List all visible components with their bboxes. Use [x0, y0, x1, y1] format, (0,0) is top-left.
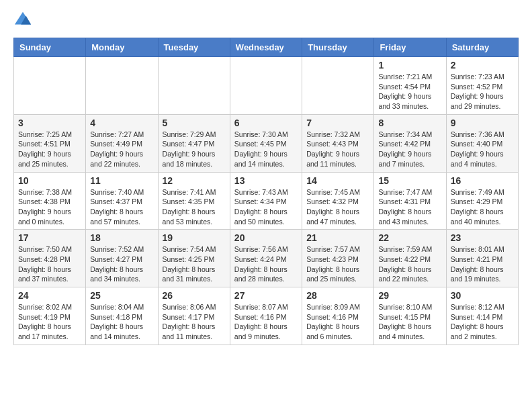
calendar-cell: 6Sunrise: 7:30 AM Sunset: 4:45 PM Daylig… — [230, 114, 302, 172]
calendar-cell: 9Sunrise: 7:36 AM Sunset: 4:40 PM Daylig… — [446, 114, 518, 172]
day-info: Sunrise: 7:56 AM Sunset: 4:24 PM Dayligh… — [234, 244, 298, 284]
week-row-5: 24Sunrise: 8:02 AM Sunset: 4:19 PM Dayli… — [14, 287, 519, 345]
calendar-cell: 24Sunrise: 8:02 AM Sunset: 4:19 PM Dayli… — [14, 287, 86, 345]
day-number: 23 — [451, 232, 514, 243]
day-info: Sunrise: 7:36 AM Sunset: 4:40 PM Dayligh… — [451, 130, 514, 169]
day-number: 13 — [234, 175, 298, 186]
calendar-cell — [302, 57, 374, 115]
calendar-cell: 8Sunrise: 7:34 AM Sunset: 4:42 PM Daylig… — [374, 114, 446, 172]
day-info: Sunrise: 7:50 AM Sunset: 4:28 PM Dayligh… — [18, 244, 81, 284]
day-info: Sunrise: 7:52 AM Sunset: 4:27 PM Dayligh… — [90, 244, 153, 284]
calendar-cell: 10Sunrise: 7:38 AM Sunset: 4:38 PM Dayli… — [14, 172, 86, 230]
day-info: Sunrise: 7:27 AM Sunset: 4:49 PM Dayligh… — [90, 130, 153, 169]
day-number: 6 — [234, 118, 298, 128]
day-number: 11 — [90, 175, 153, 186]
day-info: Sunrise: 7:40 AM Sunset: 4:37 PM Dayligh… — [90, 187, 153, 227]
calendar-cell: 2Sunrise: 7:23 AM Sunset: 4:52 PM Daylig… — [446, 57, 518, 115]
day-info: Sunrise: 7:30 AM Sunset: 4:45 PM Dayligh… — [234, 130, 298, 169]
day-info: Sunrise: 8:12 AM Sunset: 4:14 PM Dayligh… — [451, 302, 514, 342]
logo — [13, 11, 34, 30]
day-number: 15 — [378, 175, 441, 186]
day-info: Sunrise: 7:57 AM Sunset: 4:23 PM Dayligh… — [306, 244, 369, 284]
calendar-cell — [158, 57, 230, 115]
day-number: 8 — [378, 118, 441, 128]
calendar-cell: 7Sunrise: 7:32 AM Sunset: 4:43 PM Daylig… — [302, 114, 374, 172]
calendar-cell: 20Sunrise: 7:56 AM Sunset: 4:24 PM Dayli… — [230, 230, 302, 287]
day-number: 18 — [90, 232, 153, 243]
day-number: 2 — [451, 60, 514, 71]
day-info: Sunrise: 8:07 AM Sunset: 4:16 PM Dayligh… — [234, 302, 298, 342]
calendar-cell: 17Sunrise: 7:50 AM Sunset: 4:28 PM Dayli… — [14, 230, 86, 287]
day-info: Sunrise: 8:06 AM Sunset: 4:17 PM Dayligh… — [163, 302, 226, 342]
day-number: 27 — [234, 290, 298, 301]
day-number: 9 — [451, 118, 514, 128]
day-number: 25 — [90, 290, 153, 301]
day-number: 14 — [306, 175, 369, 186]
week-row-1: 1Sunrise: 7:21 AM Sunset: 4:54 PM Daylig… — [14, 57, 519, 115]
calendar-cell: 29Sunrise: 8:10 AM Sunset: 4:15 PM Dayli… — [374, 287, 446, 345]
calendar-cell: 14Sunrise: 7:45 AM Sunset: 4:32 PM Dayli… — [302, 172, 374, 230]
day-number: 22 — [378, 232, 441, 243]
calendar-cell: 11Sunrise: 7:40 AM Sunset: 4:37 PM Dayli… — [86, 172, 158, 230]
day-info: Sunrise: 7:32 AM Sunset: 4:43 PM Dayligh… — [306, 130, 369, 169]
calendar-cell: 30Sunrise: 8:12 AM Sunset: 4:14 PM Dayli… — [446, 287, 518, 345]
day-info: Sunrise: 7:47 AM Sunset: 4:31 PM Dayligh… — [378, 187, 441, 227]
day-number: 26 — [163, 290, 226, 301]
calendar-cell — [14, 57, 86, 115]
day-number: 10 — [18, 175, 81, 186]
day-info: Sunrise: 7:25 AM Sunset: 4:51 PM Dayligh… — [18, 130, 81, 169]
day-number: 16 — [451, 175, 514, 186]
day-number: 21 — [306, 232, 369, 243]
weekday-header-wednesday: Wednesday — [230, 38, 302, 57]
calendar-cell: 1Sunrise: 7:21 AM Sunset: 4:54 PM Daylig… — [374, 57, 446, 115]
day-info: Sunrise: 8:02 AM Sunset: 4:19 PM Dayligh… — [18, 302, 81, 342]
day-number: 30 — [451, 290, 514, 301]
day-number: 1 — [378, 60, 441, 71]
day-info: Sunrise: 7:34 AM Sunset: 4:42 PM Dayligh… — [378, 130, 441, 169]
weekday-header-sunday: Sunday — [14, 38, 86, 57]
day-info: Sunrise: 7:21 AM Sunset: 4:54 PM Dayligh… — [378, 72, 441, 111]
calendar-cell: 25Sunrise: 8:04 AM Sunset: 4:18 PM Dayli… — [86, 287, 158, 345]
day-number: 3 — [18, 118, 81, 128]
calendar-cell: 3Sunrise: 7:25 AM Sunset: 4:51 PM Daylig… — [14, 114, 86, 172]
day-info: Sunrise: 8:09 AM Sunset: 4:16 PM Dayligh… — [306, 302, 369, 342]
weekday-header-thursday: Thursday — [302, 38, 374, 57]
day-number: 29 — [378, 290, 441, 301]
calendar-cell: 23Sunrise: 8:01 AM Sunset: 4:21 PM Dayli… — [446, 230, 518, 287]
day-info: Sunrise: 7:54 AM Sunset: 4:25 PM Dayligh… — [163, 244, 226, 284]
day-info: Sunrise: 7:49 AM Sunset: 4:29 PM Dayligh… — [451, 187, 514, 227]
calendar-cell: 19Sunrise: 7:54 AM Sunset: 4:25 PM Dayli… — [158, 230, 230, 287]
calendar-cell: 5Sunrise: 7:29 AM Sunset: 4:47 PM Daylig… — [158, 114, 230, 172]
day-number: 4 — [90, 118, 153, 128]
day-info: Sunrise: 7:23 AM Sunset: 4:52 PM Dayligh… — [451, 72, 514, 111]
weekday-header-monday: Monday — [86, 38, 158, 57]
day-number: 12 — [163, 175, 226, 186]
day-number: 19 — [163, 232, 226, 243]
calendar-cell: 15Sunrise: 7:47 AM Sunset: 4:31 PM Dayli… — [374, 172, 446, 230]
day-info: Sunrise: 7:29 AM Sunset: 4:47 PM Dayligh… — [163, 130, 226, 169]
day-number: 28 — [306, 290, 369, 301]
day-info: Sunrise: 8:10 AM Sunset: 4:15 PM Dayligh… — [378, 302, 441, 342]
day-number: 17 — [18, 232, 81, 243]
day-number: 5 — [163, 118, 226, 128]
day-info: Sunrise: 7:41 AM Sunset: 4:35 PM Dayligh… — [163, 187, 226, 227]
day-info: Sunrise: 7:59 AM Sunset: 4:22 PM Dayligh… — [378, 244, 441, 284]
calendar-cell: 26Sunrise: 8:06 AM Sunset: 4:17 PM Dayli… — [158, 287, 230, 345]
calendar-cell: 13Sunrise: 7:43 AM Sunset: 4:34 PM Dayli… — [230, 172, 302, 230]
week-row-4: 17Sunrise: 7:50 AM Sunset: 4:28 PM Dayli… — [14, 230, 519, 287]
calendar-cell: 27Sunrise: 8:07 AM Sunset: 4:16 PM Dayli… — [230, 287, 302, 345]
calendar-cell: 22Sunrise: 7:59 AM Sunset: 4:22 PM Dayli… — [374, 230, 446, 287]
day-info: Sunrise: 8:04 AM Sunset: 4:18 PM Dayligh… — [90, 302, 153, 342]
day-number: 7 — [306, 118, 369, 128]
day-info: Sunrise: 7:45 AM Sunset: 4:32 PM Dayligh… — [306, 187, 369, 227]
logo-icon — [13, 11, 32, 30]
calendar-table: SundayMondayTuesdayWednesdayThursdayFrid… — [13, 38, 519, 345]
calendar-cell — [86, 57, 158, 115]
day-info: Sunrise: 7:43 AM Sunset: 4:34 PM Dayligh… — [234, 187, 298, 227]
week-row-3: 10Sunrise: 7:38 AM Sunset: 4:38 PM Dayli… — [14, 172, 519, 230]
page-header — [13, 11, 519, 30]
weekday-header-friday: Friday — [374, 38, 446, 57]
day-number: 20 — [234, 232, 298, 243]
calendar-cell: 16Sunrise: 7:49 AM Sunset: 4:29 PM Dayli… — [446, 172, 518, 230]
day-info: Sunrise: 7:38 AM Sunset: 4:38 PM Dayligh… — [18, 187, 81, 227]
